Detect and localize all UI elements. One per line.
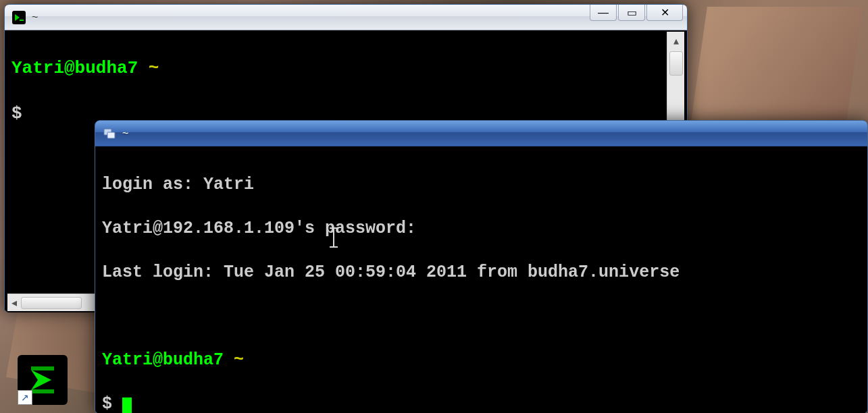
scroll-thumb-horizontal[interactable] xyxy=(21,297,82,309)
prompt-path: ~ xyxy=(149,58,159,78)
scroll-thumb[interactable] xyxy=(669,51,683,76)
cygwin-desktop-shortcut[interactable]: ↗ xyxy=(12,350,73,410)
background-window-titlebar[interactable]: ~ — ▭ ✕ xyxy=(5,5,687,30)
foreground-window-title: ~ xyxy=(122,128,128,140)
desktop-background-shape xyxy=(691,7,863,121)
maximize-button[interactable]: ▭ xyxy=(618,5,645,21)
foreground-window-titlebar[interactable]: ~ xyxy=(95,121,867,146)
scroll-left-icon[interactable]: ◂ xyxy=(11,296,17,309)
shortcut-tile: ↗ xyxy=(18,355,68,405)
prompt-path: ~ xyxy=(234,350,244,370)
background-window-title: ~ xyxy=(32,11,38,24)
close-icon: ✕ xyxy=(661,6,669,19)
foreground-terminal-window: ~ login as: Yatri Yatri@192.168.1.109's … xyxy=(95,120,868,413)
svg-rect-4 xyxy=(31,366,54,370)
password-line: Yatri@192.168.1.109's password: xyxy=(102,219,416,238)
scroll-up-icon[interactable]: ▴ xyxy=(673,34,679,47)
minimize-button[interactable]: — xyxy=(590,5,617,21)
putty-terminal-icon xyxy=(102,126,117,141)
prompt-user-host: Yatri@budha7 xyxy=(11,58,138,78)
text-cursor-ibeam xyxy=(333,227,334,248)
shortcut-overlay-icon: ↗ xyxy=(18,390,32,405)
shortcut-arrow-glyph: ↗ xyxy=(21,392,29,403)
svg-rect-5 xyxy=(31,389,54,393)
prompt-symbol: $ xyxy=(11,103,22,123)
last-login-line: Last login: Tue Jan 25 00:59:04 2011 fro… xyxy=(102,263,680,282)
minimize-icon: — xyxy=(598,7,609,19)
svg-rect-1 xyxy=(20,20,24,21)
prompt-user-host: Yatri@budha7 xyxy=(102,350,224,370)
terminal-cursor xyxy=(122,397,132,414)
login-as-line: login as: Yatri xyxy=(102,175,254,194)
horizontal-scrollbar[interactable]: ◂ xyxy=(7,294,95,311)
close-button[interactable]: ✕ xyxy=(646,5,683,21)
prompt-symbol: $ xyxy=(102,394,112,414)
cygwin-terminal-icon xyxy=(11,10,26,25)
foreground-terminal-content[interactable]: login as: Yatri Yatri@192.168.1.109's pa… xyxy=(97,146,866,413)
maximize-icon: ▭ xyxy=(627,6,637,19)
svg-rect-3 xyxy=(107,132,115,138)
